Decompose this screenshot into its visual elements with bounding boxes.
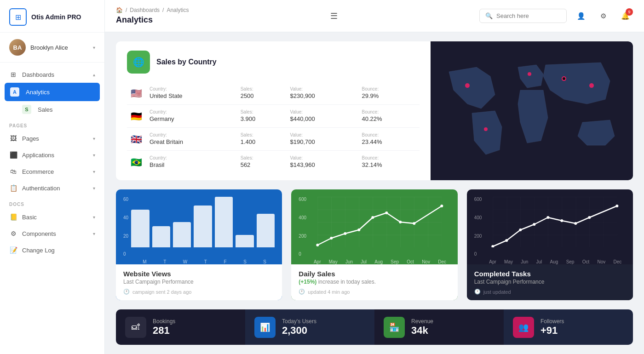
stat-content: Bookings 281 [153, 318, 175, 337]
sidebar-item-pages[interactable]: 🖼 Pages ▾ [0, 130, 104, 147]
x-label-oct-dark: Oct [582, 259, 590, 264]
sidebar-item-ecommerce[interactable]: 🛍 Ecommerce ▾ [0, 163, 104, 180]
authentication-icon: 📋 [9, 184, 17, 192]
stat-content: Revenue 34k [411, 318, 433, 337]
basic-label: Basic [22, 214, 88, 221]
svg-point-13 [399, 221, 402, 223]
applications-icon: ⬛ [9, 151, 17, 159]
globe-icon: 🌐 [127, 51, 150, 74]
sidebar-item-applications[interactable]: ⬛ Applications ▾ [0, 147, 104, 163]
clock-icon: 🕐 [123, 289, 130, 295]
daily-sales-sub: (+15%) increase in today sales. [299, 279, 450, 285]
settings-icon[interactable]: ⚙ [595, 8, 611, 24]
stat-content: Followers +91 [540, 318, 564, 337]
sidebar-item-authentication[interactable]: 📋 Authentication ▾ [0, 180, 104, 196]
table-row: 🇺🇸 Country: United State Sales: 2500 Val… [127, 82, 420, 105]
daily-sales-title: Daily Sales [299, 270, 450, 278]
stat-item: 📊 Today's Users 2,300 [245, 309, 374, 345]
sidebar-item-dashboards[interactable]: ⊞ Dashboards ▴ [0, 66, 104, 83]
svg-point-19 [519, 228, 522, 231]
x-label-apr-dark: Apr [489, 259, 496, 264]
hamburger-icon[interactable]: ☰ [328, 8, 340, 24]
daily-sales-x-labels: Apr May Jun Jul Aug Sep Oct Nov Dec [299, 259, 450, 264]
chevron-down-icon: ▾ [93, 215, 95, 220]
stat-icon: 🏪 [384, 317, 405, 338]
country-info: Country: Great Britain [146, 128, 237, 151]
search-input[interactable] [496, 12, 561, 19]
page-title: Analytics [116, 15, 189, 25]
tasks-x-labels: Apr May Jun Jul Aug Sep Oct Nov Dec [474, 259, 626, 264]
sales-info: Sales: 2500 [237, 82, 287, 105]
country-flag: 🇺🇸 [127, 82, 146, 105]
y-label-600-dark: 600 [474, 197, 482, 202]
y-label-600-green: 600 [299, 197, 306, 202]
stat-icon: 🛋 [125, 317, 146, 338]
svg-point-20 [533, 223, 536, 226]
svg-point-14 [413, 222, 415, 225]
stat-label: Revenue [411, 318, 433, 325]
svg-point-4 [589, 83, 594, 88]
chart-area-sales: 600 400 200 0 [291, 189, 457, 264]
x-label-aug-green: Aug [374, 259, 383, 264]
website-views-sub: Last Campaign Performance [123, 279, 275, 285]
world-map [431, 41, 633, 180]
bar-chart-bar [131, 210, 149, 248]
notifications-icon[interactable]: 🔔 9 [617, 8, 633, 24]
sidebar-user[interactable]: BA Brooklyn Alice ▾ [0, 33, 104, 63]
sidebar-item-analytics[interactable]: A Analytics [5, 83, 100, 101]
clock-icon-tasks: 🕐 [474, 289, 481, 295]
stat-item: 🛋 Bookings 281 [116, 309, 245, 345]
daily-sales-highlight: (+15%) [299, 279, 316, 285]
x-label-may-green: May [329, 259, 338, 264]
x-label-s1: S [243, 259, 247, 264]
search-box[interactable]: 🔍 [479, 9, 567, 23]
chevron-down-icon: ▾ [93, 186, 95, 191]
table-row: 🇬🇧 Country: Great Britain Sales: 1.400 V… [127, 128, 420, 151]
completed-tasks-card: 600 400 200 0 [467, 189, 633, 300]
chevron-down-icon: ▾ [93, 169, 95, 174]
x-label-jul-dark: Jul [536, 259, 542, 264]
bar-chart-bar [236, 235, 253, 248]
stat-value: 281 [153, 325, 175, 337]
avatar: BA [9, 39, 26, 56]
svg-rect-16 [493, 197, 617, 247]
svg-point-12 [385, 211, 388, 214]
completed-tasks-footer: Completed Tasks Last Campaign Performanc… [467, 264, 633, 300]
completed-tasks-chart [484, 197, 626, 247]
bar-chart-bar [215, 197, 233, 247]
sidebar-item-components[interactable]: ⚙ Components ▾ [0, 225, 104, 242]
chevron-down-icon: ▾ [93, 136, 95, 141]
bar-chart-bar [257, 214, 275, 247]
user-profile-icon[interactable]: 👤 [573, 8, 589, 24]
chevron-down-icon: ▾ [93, 153, 95, 158]
breadcrumb: 🏠 / Dashboards / Analytics [116, 7, 189, 13]
y-label-0-dark: 0 [474, 251, 482, 257]
x-label-sep-green: Sep [391, 259, 399, 264]
analytics-letter: A [10, 87, 19, 97]
ecommerce-label: Ecommerce [22, 168, 88, 175]
sidebar-item-sales[interactable]: S Sales [0, 101, 104, 118]
y-label-400-green: 400 [299, 215, 306, 220]
country-flag: 🇩🇪 [127, 105, 146, 128]
stats-row: 🛋 Bookings 281 📊 Today's Users 2,300 🏪 R… [116, 309, 633, 345]
dashboards-label: Dashboards [22, 71, 88, 78]
sales-label: Sales [38, 106, 53, 113]
country-info: Country: United State [146, 82, 237, 105]
sidebar-item-basic[interactable]: 📒 Basic ▾ [0, 209, 104, 225]
country-info: Country: Germany [146, 105, 237, 128]
table-row: 🇧🇷 Country: Brasil Sales: 562 Value: $14… [127, 151, 420, 174]
sales-by-country-title: Sales by Country [156, 58, 217, 66]
x-label-f: F [224, 259, 226, 264]
header: 🏠 / Dashboards / Analytics Analytics ☰ 🔍… [105, 0, 644, 32]
bounce-info: Bounce: 32.14% [358, 151, 420, 174]
svg-point-3 [562, 77, 566, 80]
clock-icon-sales: 🕐 [299, 289, 305, 295]
ecommerce-icon: 🛍 [9, 168, 17, 175]
x-label-apr-green: Apr [314, 259, 321, 264]
page-body: 🌐 Sales by Country 🇺🇸 Country: United St… [105, 32, 644, 354]
sidebar-item-changelog[interactable]: 📝 Change Log [0, 242, 104, 258]
svg-point-25 [616, 205, 619, 207]
svg-point-24 [588, 216, 591, 219]
bar-chart-x-labels: M T W T F S S [123, 259, 275, 264]
x-label-t2: T [204, 259, 207, 264]
